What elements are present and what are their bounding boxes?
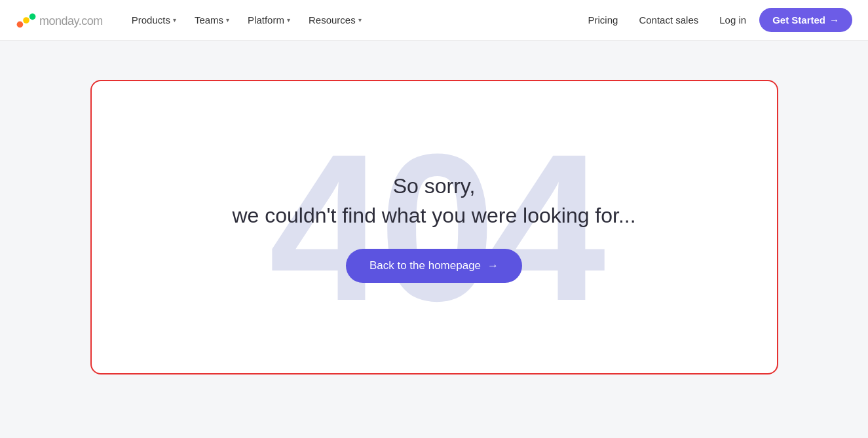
nav-right-links: Pricing Contact sales Log in Get Started… [580,8,852,32]
svg-point-2 [29,13,36,20]
back-to-homepage-button[interactable]: Back to the homepage → [346,249,522,283]
chevron-down-icon: ▾ [173,16,176,24]
nav-item-products[interactable]: Products ▾ [124,9,184,31]
error-message: So sorry, we couldn't find what you were… [232,172,635,230]
nav-left-links: Products ▾ Teams ▾ Platform ▾ Resources … [124,9,580,31]
chevron-down-icon: ▾ [358,16,362,24]
monday-logo-icon [16,10,37,31]
nav-contact-sales-link[interactable]: Contact sales [631,9,706,31]
arrow-right-icon: → [487,259,499,272]
nav-login-link[interactable]: Log in [711,9,754,31]
error-content: So sorry, we couldn't find what you were… [232,172,635,283]
error-line1: So sorry, [232,172,635,201]
error-card: 404 So sorry, we couldn't find what you … [90,80,778,374]
nav-item-teams[interactable]: Teams ▾ [187,9,237,31]
nav-pricing-link[interactable]: Pricing [580,9,626,31]
svg-point-1 [23,17,29,24]
error-line2: we couldn't find what you were looking f… [232,201,635,230]
logo-link[interactable]: monday.com [16,10,103,31]
logo-text: monday.com [39,12,103,29]
chevron-down-icon: ▾ [226,16,229,24]
main-content: 404 So sorry, we couldn't find what you … [0,41,868,414]
nav-item-resources[interactable]: Resources ▾ [301,9,369,31]
nav-item-platform[interactable]: Platform ▾ [240,9,298,31]
arrow-icon: → [829,14,839,26]
chevron-down-icon: ▾ [287,16,290,24]
svg-point-0 [17,21,24,27]
navbar: monday.com Products ▾ Teams ▾ Platform ▾… [0,0,868,41]
get-started-button[interactable]: Get Started → [759,8,852,32]
